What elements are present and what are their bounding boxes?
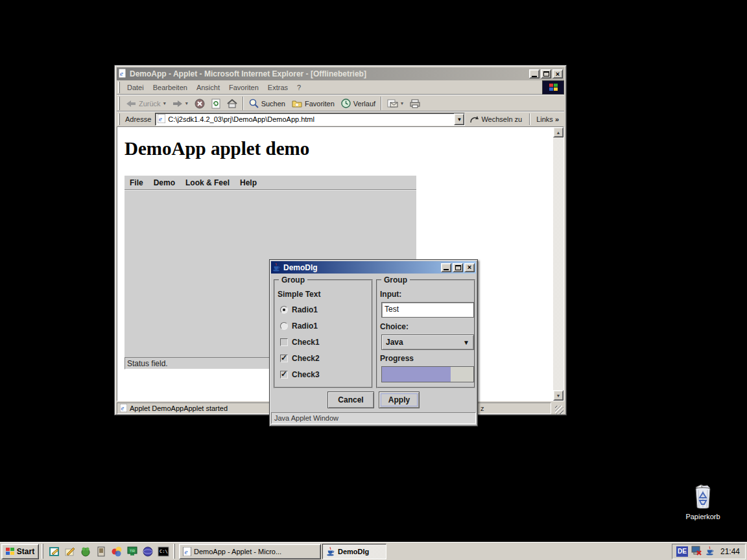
search-button[interactable]: Suchen	[246, 97, 289, 110]
checkbox-check2[interactable]: Check2	[280, 354, 320, 363]
toolbar-separator	[381, 97, 382, 110]
java-cup-icon[interactable]	[706, 546, 715, 557]
applet-menu-lookfeel[interactable]: Look & Feel	[180, 176, 235, 189]
java-cup-icon	[326, 546, 335, 556]
apply-button[interactable]: Apply	[379, 391, 420, 408]
menu-favoriten[interactable]: Favoriten	[224, 82, 263, 93]
purple-globe-icon[interactable]	[141, 544, 155, 559]
ie-page-icon: e	[158, 114, 165, 124]
minimize-button[interactable]	[441, 263, 451, 272]
applet-menu-help[interactable]: Help	[235, 176, 262, 189]
history-button[interactable]: Verlauf	[338, 97, 379, 110]
cancel-button[interactable]: Cancel	[327, 391, 374, 408]
radio-radio1-b[interactable]: Radio1	[280, 321, 318, 331]
home-icon	[227, 99, 237, 108]
close-button[interactable]: ×	[464, 263, 475, 272]
taskbar-clock[interactable]: 21:44	[718, 547, 740, 556]
refresh-button[interactable]	[208, 97, 224, 110]
history-icon	[341, 99, 351, 108]
mail-icon	[387, 99, 398, 108]
address-value: C:\j2sdk1.4.2_03\prj\DemoApp\DemoApp.htm…	[168, 115, 451, 123]
checkbox-icon	[280, 355, 288, 362]
java-applet-warning-banner: Java Applet Window	[271, 412, 476, 424]
minimize-button[interactable]	[529, 69, 540, 78]
toolbar-grip[interactable]	[118, 113, 120, 125]
address-dropdown-button[interactable]: ▼	[454, 113, 464, 125]
progress-label: Progress	[380, 354, 414, 363]
recycle-bin-label: Papierkorb	[678, 513, 728, 520]
task-button-demoapp[interactable]: e DemoApp - Applet - Micro...	[179, 544, 321, 559]
system-tray: DE 21:44	[672, 544, 746, 559]
applet-menu-demo[interactable]: Demo	[148, 176, 180, 189]
taskbar-grip[interactable]	[173, 544, 175, 559]
menu-ansicht[interactable]: Ansicht	[192, 82, 224, 93]
java-cup-icon	[272, 262, 281, 273]
forward-arrow-icon	[172, 100, 183, 108]
start-button[interactable]: Start	[1, 544, 39, 559]
refresh-icon	[211, 99, 220, 109]
green-monitor-icon[interactable]: TR	[125, 544, 139, 559]
favorites-icon	[292, 99, 302, 108]
progress-bar	[381, 366, 474, 382]
forward-button[interactable]: ▾	[169, 99, 191, 109]
status-message: Applet DemoAppApplet started	[130, 404, 228, 412]
address-input[interactable]: e C:\j2sdk1.4.2_03\prj\DemoApp\DemoApp.h…	[155, 113, 465, 126]
links-button[interactable]: Links »	[532, 115, 563, 123]
page-title: DemoApp applet demo	[124, 138, 309, 159]
address-book-icon[interactable]	[94, 544, 108, 559]
checkbox-check3[interactable]: Check3	[280, 370, 320, 379]
groupbox-label: Group	[381, 275, 410, 285]
desktop-pad-icon[interactable]	[47, 544, 62, 559]
scroll-up-button[interactable]: ▲	[553, 127, 563, 137]
go-button[interactable]: Wechseln zu	[465, 115, 527, 123]
menu-help[interactable]: ?	[292, 82, 305, 93]
back-button[interactable]: Zurück▾	[123, 99, 169, 109]
choice-combobox[interactable]: Java ▼	[381, 334, 474, 350]
notes-pen-icon[interactable]	[63, 544, 77, 559]
green-creature-icon[interactable]	[78, 544, 93, 559]
recycle-bin-icon	[692, 484, 714, 509]
menu-extras[interactable]: Extras	[263, 82, 292, 93]
radio-icon	[280, 322, 288, 330]
maximize-button[interactable]	[453, 263, 463, 272]
task-button-demodlg[interactable]: DemoDlg	[322, 544, 386, 559]
ie-throbber-windows-logo	[542, 80, 564, 95]
applet-menubar: File Demo Look & Feel Help	[124, 176, 416, 190]
radio-radio1-a[interactable]: Radio1	[280, 305, 318, 314]
toolbar-grip[interactable]	[118, 97, 120, 110]
input-text-field[interactable]: Test	[381, 302, 474, 318]
ie-titlebar[interactable]: e DemoApp - Applet - Microsoft Internet …	[117, 67, 564, 80]
svg-text:TR: TR	[130, 549, 136, 553]
chevron-down-icon: ▼	[463, 339, 469, 346]
maximize-button[interactable]	[541, 69, 551, 78]
home-button[interactable]	[224, 98, 241, 110]
ie-addressbar: Adresse e C:\j2sdk1.4.2_03\prj\DemoApp\D…	[117, 111, 564, 126]
media-swirl-icon[interactable]	[110, 544, 124, 559]
taskbar-grip[interactable]	[42, 544, 43, 559]
svg-text:e: e	[121, 404, 124, 412]
close-button[interactable]: ×	[552, 69, 563, 78]
vertical-scrollbar[interactable]: ▲ ▼	[553, 127, 563, 401]
offline-monitor-icon[interactable]	[691, 546, 702, 557]
svg-text:C:\: C:\	[160, 549, 168, 554]
stop-icon	[195, 99, 205, 109]
checkbox-check1[interactable]: Check1	[280, 338, 320, 347]
menu-bearbeiten[interactable]: Bearbeiten	[148, 82, 192, 93]
print-button[interactable]	[407, 98, 423, 110]
window-resize-grip[interactable]	[555, 406, 563, 414]
radio-icon	[280, 306, 288, 314]
language-indicator[interactable]: DE	[676, 546, 688, 557]
checkbox-icon	[280, 371, 288, 379]
command-prompt-icon[interactable]: C:\	[156, 544, 171, 559]
dialog-titlebar[interactable]: DemoDlg ×	[271, 261, 476, 274]
print-icon	[410, 99, 420, 108]
scroll-down-button[interactable]: ▼	[553, 390, 563, 401]
menu-datei[interactable]: Datei	[123, 82, 148, 93]
toolbar-grip[interactable]	[118, 82, 120, 93]
recycle-bin-desktop-icon[interactable]: Papierkorb	[678, 484, 728, 520]
mail-button[interactable]: ▾	[384, 98, 407, 109]
favorites-button[interactable]: Favoriten	[289, 98, 338, 109]
stop-button[interactable]	[191, 97, 208, 110]
applet-menu-file[interactable]: File	[124, 176, 148, 189]
progress-fill	[382, 367, 451, 382]
